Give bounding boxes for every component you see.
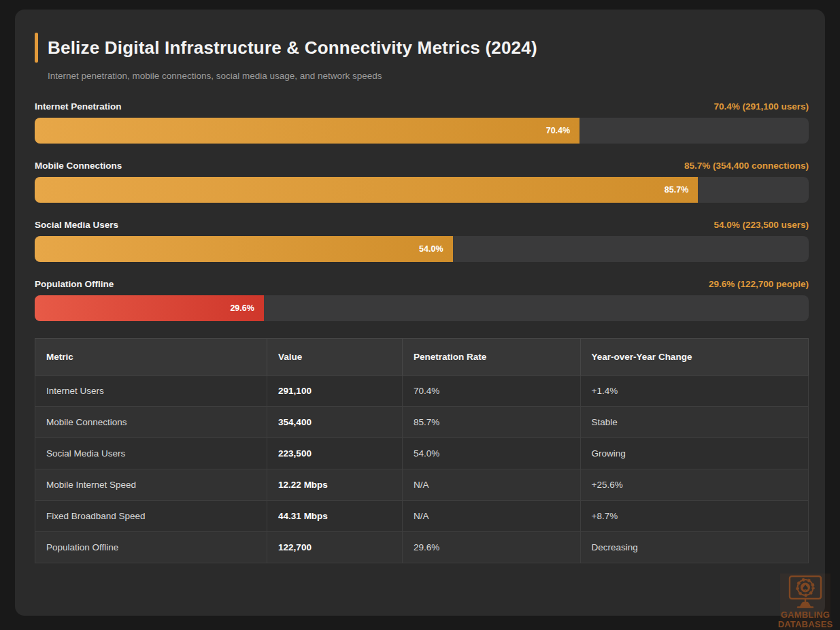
bar-percent-label: 85.7%	[665, 185, 688, 195]
bar-header: Population Offline29.6% (122,700 people)	[35, 279, 809, 289]
table-row: Population Offline122,70029.6%Decreasing	[35, 532, 809, 563]
table-cell-yoy: Growing	[580, 438, 808, 469]
table-header-cell: Value	[267, 339, 403, 376]
bar-value-text: 70.4% (291,100 users)	[713, 101, 809, 112]
table-row: Social Media Users223,50054.0%Growing	[35, 438, 809, 469]
table-row: Fixed Broadband Speed44.31 MbpsN/A+8.7%	[35, 501, 809, 532]
monitor-casino-chip-icon: ♠	[784, 575, 826, 610]
bar-fill-orange: 70.4%	[35, 118, 579, 144]
table-cell-value: 122,700	[267, 532, 403, 563]
bar-track: 54.0%	[35, 236, 809, 262]
bar-label: Social Media Users	[35, 220, 118, 230]
metrics-table: MetricValuePenetration RateYear-over-Yea…	[35, 338, 809, 563]
table-cell-rate: N/A	[403, 501, 581, 532]
bar-percent-label: 70.4%	[546, 126, 570, 135]
page-subtitle: Internet penetration, mobile connections…	[48, 71, 809, 81]
table-header-row: MetricValuePenetration RateYear-over-Yea…	[35, 339, 809, 376]
bar-track: 29.6%	[35, 295, 809, 321]
bar-track: 70.4%	[35, 118, 809, 144]
metric-bars-section: Internet Penetration70.4% (291,100 users…	[35, 101, 809, 321]
bar-header: Internet Penetration70.4% (291,100 users…	[35, 101, 809, 112]
table-cell-value: 291,100	[267, 376, 403, 407]
table-cell-yoy: +1.4%	[580, 376, 808, 407]
table-cell-yoy: +25.6%	[580, 469, 808, 501]
table-header-cell: Penetration Rate	[403, 339, 581, 376]
table-cell-rate: N/A	[403, 469, 581, 501]
bar-label: Population Offline	[35, 279, 114, 289]
table-header-cell: Year-over-Year Change	[580, 339, 808, 376]
bar-label: Internet Penetration	[35, 101, 122, 112]
svg-text:♠: ♠	[802, 583, 809, 593]
bar-fill-red: 29.6%	[35, 295, 264, 321]
watermark-line1: GAMBLING	[781, 610, 830, 620]
metric-bar-group: Mobile Connections85.7% (354,400 connect…	[35, 161, 809, 203]
watermark-line2: DATABASES	[778, 620, 833, 629]
bar-value-text: 29.6% (122,700 people)	[709, 279, 809, 289]
bar-label: Mobile Connections	[35, 161, 122, 171]
title-accent-bar	[35, 33, 38, 63]
bar-track: 85.7%	[35, 177, 809, 203]
table-cell-rate: 70.4%	[403, 376, 581, 407]
table-row: Mobile Connections354,40085.7%Stable	[35, 407, 809, 438]
table-cell-rate: 29.6%	[403, 532, 581, 563]
table-cell-value: 44.31 Mbps	[267, 501, 403, 532]
bar-percent-label: 54.0%	[419, 244, 443, 254]
table-cell-metric: Fixed Broadband Speed	[35, 501, 267, 532]
bar-value-text: 85.7% (354,400 connections)	[684, 161, 809, 171]
table-cell-value: 223,500	[267, 438, 403, 469]
table-cell-yoy: Stable	[580, 407, 808, 438]
table-header-cell: Metric	[35, 339, 267, 376]
table-cell-metric: Social Media Users	[35, 438, 267, 469]
table-cell-value: 354,400	[267, 407, 403, 438]
metric-bar-group: Population Offline29.6% (122,700 people)…	[35, 279, 809, 321]
bar-fill-orange: 54.0%	[35, 236, 453, 262]
table-cell-rate: 54.0%	[403, 438, 581, 469]
title-row: Belize Digital Infrastructure & Connecti…	[35, 33, 809, 63]
table-cell-metric: Population Offline	[35, 532, 267, 563]
watermark-logo: ♠ GAMBLING DATABASES	[780, 574, 830, 630]
table-cell-metric: Mobile Internet Speed	[35, 469, 267, 501]
metric-bar-group: Internet Penetration70.4% (291,100 users…	[35, 101, 809, 144]
table-cell-yoy: +8.7%	[580, 501, 808, 532]
metric-bar-group: Social Media Users54.0% (223,500 users)5…	[35, 220, 809, 262]
bar-percent-label: 29.6%	[230, 303, 254, 313]
report-card: Belize Digital Infrastructure & Connecti…	[15, 10, 825, 616]
bar-header: Social Media Users54.0% (223,500 users)	[35, 220, 809, 230]
page-title: Belize Digital Infrastructure & Connecti…	[48, 33, 537, 63]
table-cell-value: 12.22 Mbps	[267, 469, 403, 501]
bar-fill-orange: 85.7%	[35, 177, 698, 203]
table-row: Internet Users291,10070.4%+1.4%	[35, 376, 809, 407]
table-cell-yoy: Decreasing	[580, 532, 808, 563]
table-cell-metric: Mobile Connections	[35, 407, 267, 438]
table-cell-metric: Internet Users	[35, 376, 267, 407]
table-row: Mobile Internet Speed12.22 MbpsN/A+25.6%	[35, 469, 809, 501]
bar-value-text: 54.0% (223,500 users)	[713, 220, 809, 230]
table-cell-rate: 85.7%	[403, 407, 581, 438]
bar-header: Mobile Connections85.7% (354,400 connect…	[35, 161, 809, 171]
